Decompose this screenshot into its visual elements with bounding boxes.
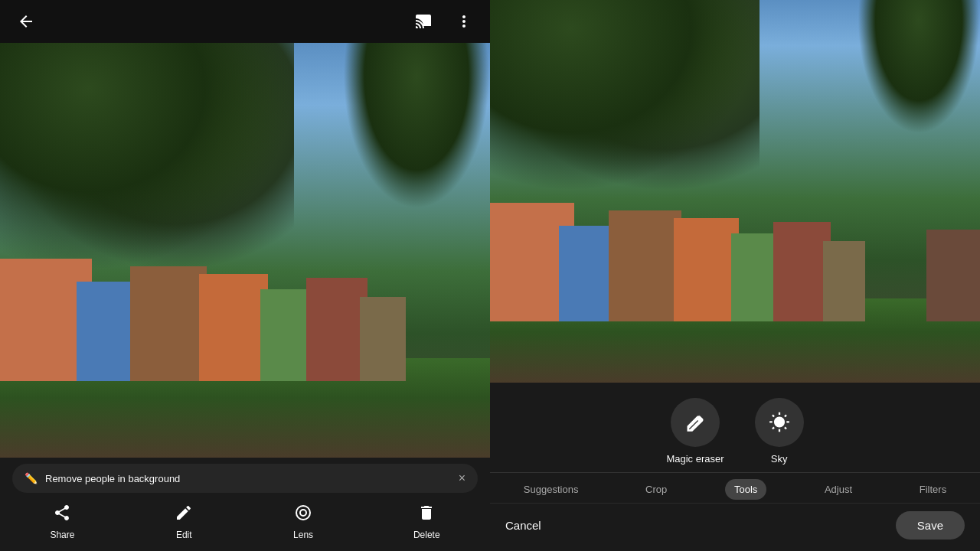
share-action[interactable]: Share xyxy=(50,504,74,540)
suggestion-bar: ✏️ Remove people in background × xyxy=(12,464,478,493)
tabs-row: Suggestions Crop Tools Adjust Filters xyxy=(490,472,980,503)
svg-point-0 xyxy=(296,506,310,520)
edit-action[interactable]: Edit xyxy=(175,504,193,540)
magic-eraser-label: Magic eraser xyxy=(666,453,724,465)
photo-right xyxy=(490,0,980,383)
top-bar-icons xyxy=(410,8,478,35)
delete-action[interactable]: Delete xyxy=(413,504,440,540)
cancel-button[interactable]: Cancel xyxy=(505,519,541,532)
tab-suggestions[interactable]: Suggestions xyxy=(514,479,588,500)
action-bar: Share Edit Lens xyxy=(0,499,490,548)
delete-icon xyxy=(417,504,436,527)
tab-adjust[interactable]: Adjust xyxy=(815,479,861,500)
tools-panel: Magic eraser Sky Suggestions Crop Tools xyxy=(490,383,980,551)
top-bar xyxy=(0,0,490,43)
edit-icon xyxy=(175,504,193,527)
sky-tool[interactable]: Sky xyxy=(755,398,804,465)
share-icon xyxy=(53,504,71,527)
lens-label: Lens xyxy=(293,530,313,540)
right-panel: Magic eraser Sky Suggestions Crop Tools xyxy=(490,0,980,551)
tab-crop[interactable]: Crop xyxy=(636,479,676,500)
edit-label: Edit xyxy=(176,530,192,540)
magic-eraser-tool[interactable]: Magic eraser xyxy=(666,398,724,465)
svg-point-1 xyxy=(300,510,306,516)
suggestion-text: Remove people in background xyxy=(45,473,180,484)
back-button[interactable] xyxy=(12,8,40,35)
tools-items: Magic eraser Sky xyxy=(490,383,980,472)
share-label: Share xyxy=(50,530,74,540)
delete-label: Delete xyxy=(413,530,440,540)
left-panel: ✏️ Remove people in background × Share xyxy=(0,0,490,551)
photo-left xyxy=(0,43,490,458)
magic-eraser-icon xyxy=(671,398,720,447)
save-button[interactable]: Save xyxy=(896,511,965,540)
suggestion-close-button[interactable]: × xyxy=(459,471,466,485)
bottom-action-row: Cancel Save xyxy=(490,503,980,550)
bottom-toolbar: ✏️ Remove people in background × Share xyxy=(0,458,490,551)
cast-button[interactable] xyxy=(410,8,438,35)
tab-filters[interactable]: Filters xyxy=(910,479,956,500)
tab-tools[interactable]: Tools xyxy=(725,479,766,500)
sky-label: Sky xyxy=(771,453,788,465)
sky-icon xyxy=(755,398,804,447)
more-button[interactable] xyxy=(450,8,478,35)
lens-icon xyxy=(294,504,312,527)
lens-action[interactable]: Lens xyxy=(293,504,313,540)
suggestion-icon: ✏️ xyxy=(24,472,38,484)
